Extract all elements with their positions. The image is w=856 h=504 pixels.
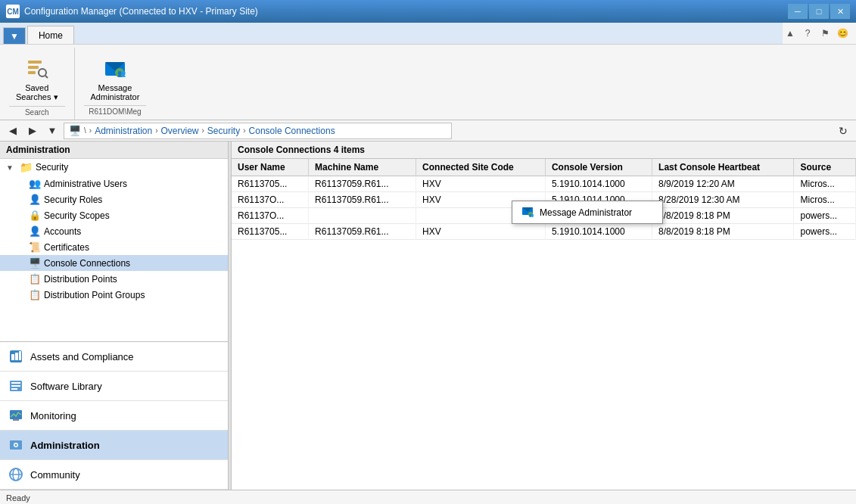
cell-row2-col5: 8/28/2019 12:30 AM (652, 192, 794, 208)
icon-distribution-points: 📋 (29, 273, 41, 285)
ribbon-flag-btn[interactable]: ⚑ (817, 26, 833, 41)
sidebar-item-console-connections[interactable]: 🖥️ Console Connections (0, 255, 228, 271)
minimize-button[interactable]: ─ (788, 4, 808, 19)
col-header-source[interactable]: Source (794, 159, 856, 176)
svg-point-3 (39, 69, 46, 76)
sidebar-nav-software-library[interactable]: Software Library (0, 372, 228, 401)
cell-row2-col2: R61137059.R61... (309, 192, 416, 208)
sidebar: Administration ▼ 📁 Security 👥 Administra… (0, 142, 229, 490)
context-menu-message-label: Message Administrator (540, 207, 632, 218)
svg-rect-17 (10, 410, 22, 419)
cell-row2-col6: Micros... (794, 192, 856, 208)
tab-home[interactable]: Home (27, 26, 74, 44)
icon-community (8, 466, 24, 483)
sidebar-item-security[interactable]: ▼ 📁 Security (0, 159, 228, 176)
table-row[interactable]: R6113705...R61137059.R61...HXV5.1910.101… (232, 176, 856, 192)
sidebar-item-admin-users[interactable]: 👥 Administrative Users (0, 176, 228, 191)
breadcrumb-administration[interactable]: Administration (95, 126, 152, 136)
sidebar-nav-community[interactable]: Community (0, 460, 228, 490)
sidebar-item-accounts[interactable]: 👤 Accounts (0, 223, 228, 239)
breadcrumb-icon: 🖥️ (69, 125, 81, 136)
svg-rect-18 (13, 419, 19, 421)
sidebar-label-security-scopes: Security Scopes (44, 210, 110, 221)
context-menu-message-admin[interactable]: 👥 Message Administrator (512, 201, 662, 223)
nav-bar: ◀ ▶ ▼ 🖥️ \ › Administration › Overview ›… (0, 120, 856, 142)
table-row[interactable]: R6113705...R61137059.R61...HXV5.1910.101… (232, 224, 856, 240)
sidebar-nav-assets[interactable]: Assets and Compliance (0, 342, 228, 372)
main-layout: Administration ▼ 📁 Security 👥 Administra… (0, 142, 856, 490)
ribbon: ▼ Home ▲ ? ⚑ 😊 (0, 23, 856, 120)
icon-certificates: 📜 (29, 241, 41, 253)
svg-rect-15 (11, 385, 20, 387)
ribbon-collapse-btn[interactable]: ▲ (783, 26, 798, 41)
svg-text:👥: 👥 (529, 213, 534, 217)
cell-row1-col1: R6113705... (232, 176, 309, 192)
ribbon-help-btn[interactable]: ? (800, 26, 815, 41)
sidebar-header: Administration (6, 145, 70, 155)
connections-table: User Name Machine Name Connected Site Co… (232, 159, 856, 240)
saved-searches-icon (23, 54, 51, 82)
sidebar-nav: Assets and Compliance Software Library (0, 341, 228, 490)
svg-rect-1 (28, 66, 39, 69)
content-header: Console Connections 4 items (232, 142, 856, 159)
sidebar-nav-software-library-label: Software Library (30, 381, 102, 392)
message-administrator-button[interactable]: 👥 MessageAdministrator (84, 51, 147, 105)
sidebar-item-security-roles[interactable]: 👤 Security Roles (0, 191, 228, 207)
svg-point-21 (15, 444, 17, 446)
cell-row4-col1: R6113705... (232, 224, 309, 240)
sidebar-nav-community-label: Community (30, 469, 80, 481)
ribbon-group-message: 👥 MessageAdministrator R611DOM\Meg (81, 48, 156, 119)
col-header-machinename[interactable]: Machine Name (309, 159, 416, 176)
cell-row4-col2: R61137059.R61... (309, 224, 416, 240)
svg-rect-11 (15, 353, 18, 360)
sidebar-nav-administration[interactable]: Administration (0, 431, 228, 460)
svg-line-4 (45, 76, 48, 78)
ribbon-group-message-label: R611DOM\Meg (84, 105, 147, 116)
app-icon: CM (6, 5, 20, 18)
saved-searches-button[interactable]: SavedSearches ▾ (9, 51, 65, 106)
breadcrumb-security[interactable]: Security (207, 126, 240, 136)
cell-row2-col1: R61137O... (232, 192, 309, 208)
cell-row3-col2 (309, 208, 416, 224)
saved-searches-label: SavedSearches ▾ (16, 83, 58, 102)
cell-row3-col6: powers... (794, 208, 856, 224)
sidebar-nav-monitoring[interactable]: Monitoring (0, 401, 228, 431)
ribbon-system-menu[interactable]: ▼ (3, 27, 26, 44)
breadcrumb: 🖥️ \ › Administration › Overview › Secur… (64, 123, 452, 139)
cell-row1-col2: R61137059.R61... (309, 176, 416, 192)
close-button[interactable]: ✕ (830, 4, 850, 19)
svg-rect-16 (11, 388, 17, 390)
nav-back-button[interactable]: ◀ (5, 123, 21, 139)
message-administrator-label: MessageAdministrator (91, 83, 140, 101)
svg-text:👥: 👥 (117, 69, 126, 78)
icon-software-library (8, 378, 24, 394)
content-table-container: User Name Machine Name Connected Site Co… (232, 159, 856, 490)
col-header-username[interactable]: User Name (232, 159, 309, 176)
sidebar-nav-administration-label: Administration (30, 440, 100, 451)
sidebar-label-certificates: Certificates (44, 242, 89, 253)
col-header-heartbeat[interactable]: Last Console Heartbeat (652, 159, 794, 176)
cell-row1-col5: 8/9/2019 12:20 AM (652, 176, 794, 192)
ribbon-user-btn[interactable]: 😊 (835, 26, 850, 41)
ribbon-content: SavedSearches ▾ Search 👥 Mess (0, 44, 856, 120)
nav-forward-button[interactable]: ▶ (24, 123, 41, 139)
svg-rect-0 (28, 61, 42, 64)
message-administrator-icon: 👥 (101, 54, 129, 82)
table-header-row: User Name Machine Name Connected Site Co… (232, 159, 856, 176)
cell-row4-col6: powers... (794, 224, 856, 240)
breadcrumb-overview[interactable]: Overview (161, 126, 199, 136)
ribbon-group-search: SavedSearches ▾ Search (6, 48, 75, 120)
sidebar-item-distribution-points[interactable]: 📋 Distribution Points (0, 271, 228, 287)
col-header-sitecode[interactable]: Connected Site Code (416, 159, 546, 176)
sidebar-item-certificates[interactable]: 📜 Certificates (0, 239, 228, 255)
breadcrumb-console-connections[interactable]: Console Connections (249, 126, 335, 136)
sidebar-item-security-scopes[interactable]: 🔒 Security Scopes (0, 207, 228, 223)
refresh-button[interactable]: ↻ (835, 123, 851, 139)
title-bar: CM Configuration Manager (Connected to H… (0, 0, 856, 23)
col-header-version[interactable]: Console Version (545, 159, 652, 176)
context-menu: 👥 Message Administrator (512, 201, 663, 224)
restore-button[interactable]: □ (809, 4, 829, 19)
sidebar-nav-monitoring-label: Monitoring (30, 410, 76, 422)
nav-dropdown-button[interactable]: ▼ (44, 123, 61, 139)
sidebar-item-distribution-point-groups[interactable]: 📋 Distribution Point Groups (0, 287, 228, 303)
